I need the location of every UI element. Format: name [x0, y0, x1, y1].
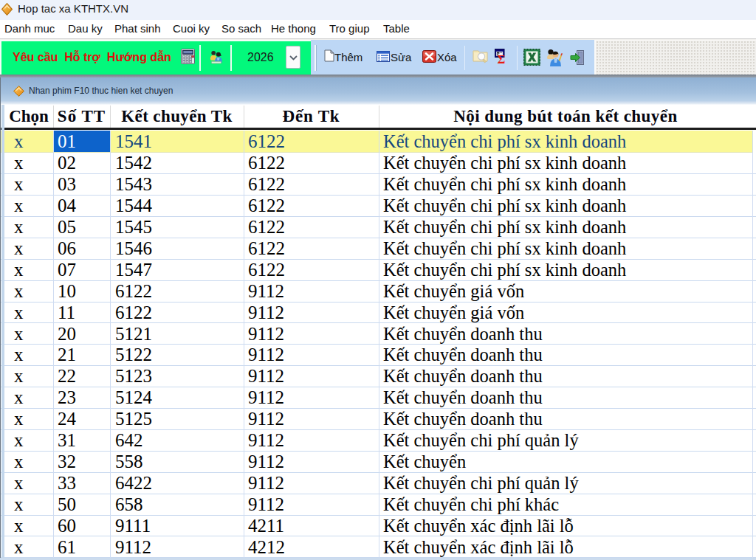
svg-text:Σ: Σ	[498, 52, 506, 64]
